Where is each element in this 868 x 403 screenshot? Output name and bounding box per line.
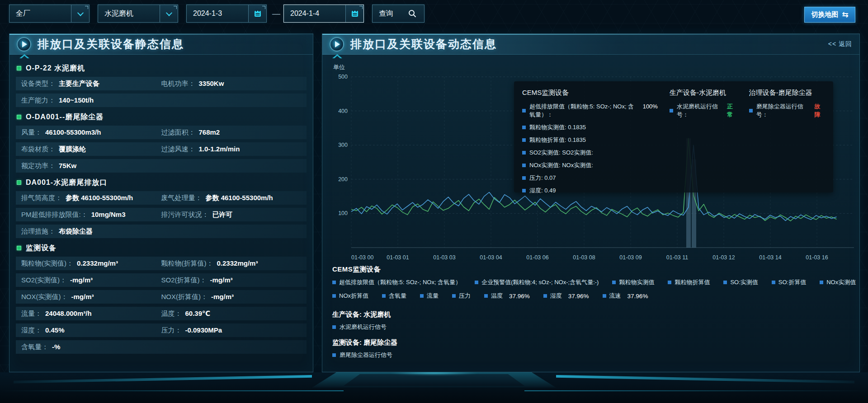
start-date-picker[interactable]: 2024-1-3 — [186, 5, 267, 23]
signal-section: 生产设备: 水泥磨机水泥磨机运行信号 — [332, 310, 397, 331]
legend-item[interactable]: 流速37.96% — [603, 292, 648, 300]
dynamic-info-panel: 排放口及关联设备动态信息 << 返回 单位10020030040050001-0… — [322, 33, 860, 372]
field: 温度：60.39℃ — [161, 309, 302, 318]
tooltip-item-text: SO2实测值: SO2实测值: — [529, 149, 593, 157]
legend-item[interactable]: 含氧量 — [382, 292, 406, 300]
end-date-picker[interactable]: 2024-1-4 — [283, 5, 364, 23]
data-row: 布袋材质：覆膜涤纶过滤风速：1.0-1.2m/min — [16, 142, 307, 156]
field-value: 0.45% — [45, 326, 65, 334]
decor-line-right — [524, 390, 868, 391]
dynamic-info-panel-header: 排放口及关联设备动态信息 << 返回 — [322, 34, 859, 55]
end-date-calendar-button[interactable] — [345, 5, 363, 22]
field: 排气筒高度：参数 46100-55300m/h — [21, 194, 161, 202]
field: SO2(实测值)：-mg/m³ — [21, 276, 161, 285]
legend-item[interactable]: 超低排放限值（颗粒物:5: SOz-; NOx; 含氧量） — [332, 278, 461, 286]
legend-item[interactable]: 颗粒物折算值 — [668, 278, 710, 286]
field-label: 治理措施： — [21, 227, 55, 236]
legend-square-icon — [670, 109, 673, 112]
tooltip-item: 颗粒物实测值: 0.1835 — [522, 123, 658, 131]
legend-item[interactable]: SO:折算值 — [772, 278, 806, 286]
legend-item[interactable]: 流量 — [420, 292, 439, 300]
field-value: 24048.000m³/h — [45, 309, 92, 317]
device-select[interactable]: 水泥磨机 — [98, 5, 178, 23]
back-link[interactable]: << 返回 — [828, 40, 852, 48]
field-label: 生产能力： — [21, 96, 55, 105]
plant-select[interactable]: 全厂 — [9, 5, 90, 23]
legend-square-icon — [612, 281, 616, 284]
calendar-icon — [253, 9, 262, 18]
start-date-calendar-button[interactable] — [248, 5, 266, 22]
legend-item-label: 湿度 — [550, 292, 562, 300]
legend-item[interactable]: NOx折算值 — [332, 292, 368, 300]
production-signal-row: 水泥磨机运行信号： 正常 — [670, 103, 737, 119]
field-label: 设备类型： — [21, 80, 55, 88]
legend-item-value: 37.96% — [568, 293, 589, 300]
legend-item[interactable]: 企业预警值(颗粒物:4; sOz-; NOx-;含氧气量:-) — [475, 278, 599, 286]
legend-square-icon — [603, 294, 606, 298]
field: 湿度：0.45% — [21, 326, 161, 335]
field-value: -mg/m³ — [211, 293, 234, 300]
legend-item[interactable]: 温度37.96% — [484, 292, 530, 300]
data-row: 风量：46100-55300m3/h过滤面积：768m2 — [16, 126, 307, 139]
field-value: 已许可 — [212, 211, 233, 219]
data-row: 湿度：0.45%压力：-0.0930MPa — [16, 323, 307, 337]
play-icon — [17, 37, 31, 52]
tooltip-item-text: 湿度: 0.49 — [529, 187, 556, 195]
tooltip-item: NOx实测值: NOx实测值: — [522, 161, 658, 169]
legend-item-label: SO:折算值 — [778, 278, 806, 286]
plant-select-dropdown-button[interactable] — [71, 5, 89, 22]
legend-square-icon — [668, 281, 671, 284]
data-row: 生产能力：140~150t/h — [16, 94, 307, 107]
legend-item-label: 压力 — [459, 292, 471, 300]
svg-text:300: 300 — [338, 142, 348, 148]
plant-select-value: 全厂 — [9, 5, 71, 22]
signal-legend-item[interactable]: 磨尾除尘器运行信号 — [332, 351, 397, 359]
section-bullet-icon — [17, 246, 21, 250]
field-value: 46100-55300m3/h — [45, 128, 101, 136]
legend-square-icon — [522, 176, 526, 180]
data-row: 含氧量：-% — [16, 340, 307, 354]
tooltip-treatment-column: 治理设备-磨尾除尘器 磨尾除尘器运行信号： 故障 — [749, 89, 825, 185]
field-value: 布袋除尘器 — [59, 227, 93, 236]
signal-legend-label: 水泥磨机运行信号 — [340, 323, 387, 331]
section-header: 监测设备 — [17, 241, 307, 255]
legend-square-icon — [332, 325, 336, 329]
field: 额定功率：75Kw — [21, 162, 161, 170]
search-icon — [408, 9, 417, 18]
tooltip-item: 压力: 0.07 — [522, 174, 658, 182]
field-label: 含氧量： — [21, 343, 48, 351]
svg-text:01-03 03: 01-03 03 — [433, 254, 455, 261]
legend-square-icon — [522, 126, 526, 129]
legend-item[interactable]: 压力 — [452, 292, 471, 300]
signal-legend-item[interactable]: 水泥磨机运行信号 — [332, 323, 397, 331]
field: 含氧量：-% — [21, 343, 161, 351]
legend-square-icon — [723, 281, 727, 284]
field-label: NOX(实测值)： — [21, 293, 68, 301]
tooltip-item-text: 颗粒物实测值: 0.1835 — [529, 123, 586, 131]
dynamic-panel-title: 排放口及关联设备动态信息 — [350, 37, 497, 52]
static-info-panel: 排放口及关联设备静态信息 O-P-22 水泥磨机设备类型：主要生产设备电机功率：… — [9, 33, 313, 372]
legend-item[interactable]: NOx实测值 — [820, 278, 856, 286]
field-label: 温度： — [161, 309, 182, 318]
field-value: -mg/m³ — [210, 276, 233, 284]
legend-item[interactable]: 湿度37.96% — [543, 292, 589, 300]
legend-item-label: NOx折算值 — [339, 292, 368, 300]
field-label: 颗粒物(实测值)： — [21, 259, 73, 268]
legend-square-icon — [543, 294, 547, 298]
field-value: 0.2332mg/m³ — [217, 259, 258, 267]
svg-text:500: 500 — [338, 74, 348, 80]
section-title: DA001-水泥磨尾排放口 — [26, 178, 107, 187]
legend-item-label: SO:实测值 — [730, 278, 758, 286]
tooltip-item-text: 压力: 0.07 — [529, 174, 556, 182]
query-button[interactable]: 查询 — [372, 5, 425, 23]
device-select-dropdown-button[interactable] — [160, 5, 178, 22]
legend-item[interactable]: SO:实测值 — [723, 278, 758, 286]
signal-section-header: 生产设备: 水泥磨机 — [332, 310, 397, 319]
tooltip-production-column: 生产设备-水泥磨机 水泥磨机运行信号： 正常 — [670, 89, 737, 185]
legend-item[interactable]: 颗粒物实测值 — [612, 278, 654, 286]
switch-map-button[interactable]: 切换地图 ⇆ — [804, 7, 855, 23]
tooltip-cems-column: CEMS监测设备 超低排放限值（颗粒物:5: SOz-; NOx; 含氧量）：1… — [522, 89, 658, 185]
field: 布袋材质：覆膜涤纶 — [21, 145, 161, 154]
section-title: 监测设备 — [26, 244, 57, 253]
static-info-panel-header: 排放口及关联设备静态信息 — [9, 34, 313, 55]
